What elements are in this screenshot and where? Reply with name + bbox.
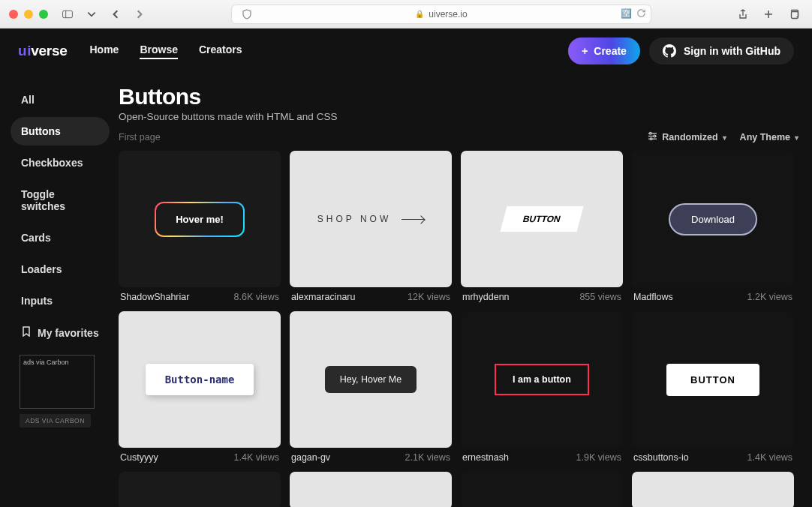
app-root: uiverse Home Browse Creators + Create Si… (0, 28, 812, 507)
share-icon[interactable] (734, 5, 752, 23)
sliders-icon (648, 131, 657, 143)
github-icon (663, 44, 676, 58)
page-title: Buttons (119, 84, 798, 110)
toolbar: First page Randomized ▾ Any Theme ▾ (119, 131, 798, 143)
card-thumb[interactable]: SHOP NOW (290, 151, 452, 287)
url-bar[interactable]: 🔒 uiverse.io 🈳 (231, 4, 651, 24)
card-views: 855 views (579, 292, 621, 302)
nav-links: Home Browse Creators (89, 44, 242, 59)
card: Button-name Custyyyy 1.4K views (119, 311, 281, 463)
sidebar-item-toggle-switches[interactable]: Toggle switches (11, 180, 110, 220)
sidebar-item-loaders[interactable]: Loaders (11, 255, 110, 284)
close-window[interactable] (9, 10, 18, 19)
card-views: 12K views (408, 292, 450, 302)
lock-icon: 🔒 (415, 10, 424, 18)
card-author[interactable]: ShadowShahriar (120, 292, 189, 302)
card-author[interactable]: alexmaracinaru (291, 292, 355, 302)
new-tab-icon[interactable] (759, 5, 777, 23)
url-text: uiverse.io (429, 9, 467, 20)
minimize-window[interactable] (24, 10, 33, 19)
main-content: Buttons Open-Source buttons made with HT… (117, 74, 812, 507)
card (632, 472, 794, 507)
chrome-right-actions (734, 5, 803, 23)
card-thumb[interactable]: BUTTON (461, 151, 623, 287)
card: Hover me! ShadowShahriar 8.6K views (119, 151, 281, 302)
svg-rect-0 (63, 10, 73, 17)
back-button[interactable] (107, 5, 125, 23)
card-thumb[interactable]: Hey, Hover Me (290, 311, 452, 448)
signin-github-button[interactable]: Sign in with GitHub (649, 38, 794, 64)
card-thumb[interactable] (119, 472, 281, 507)
card: BUTTON cssbuttons-io 1.4K views (632, 311, 794, 463)
sidebar-item-buttons[interactable]: Buttons (11, 117, 110, 146)
card-thumb[interactable]: I am a button (461, 311, 623, 448)
svg-point-9 (654, 135, 656, 137)
sidebar: All Buttons Checkboxes Toggle switches C… (0, 74, 117, 507)
card: I am a button ernestnash 1.9K views (461, 311, 623, 463)
forward-button[interactable] (131, 5, 149, 23)
cards-grid: Hover me! ShadowShahriar 8.6K views SHOP… (119, 151, 798, 507)
card-thumb[interactable] (632, 472, 794, 507)
card-views: 1.4K views (234, 452, 279, 463)
nav-creators[interactable]: Creators (199, 44, 242, 59)
chevron-down-icon: ▾ (723, 134, 726, 142)
card (119, 472, 281, 507)
card-thumb[interactable] (461, 472, 623, 507)
create-button[interactable]: + Create (568, 38, 640, 64)
arrow-right-icon (401, 219, 424, 220)
card-thumb[interactable]: BUTTON (632, 311, 794, 448)
nav-browse[interactable]: Browse (140, 44, 178, 59)
card (290, 472, 452, 507)
sort-dropdown[interactable]: Randomized ▾ (648, 131, 726, 143)
nav-actions: + Create Sign in with GitHub (568, 38, 794, 64)
card-views: 1.9K views (576, 452, 621, 463)
shield-icon[interactable] (238, 5, 256, 23)
plus-icon: + (582, 45, 588, 57)
card: SHOP NOW alexmaracinaru 12K views (290, 151, 452, 302)
sidebar-toggle-icon[interactable] (59, 5, 77, 23)
tabs-overview-icon[interactable] (785, 5, 803, 23)
carbon-ad-label[interactable]: ADS VIA CARBON (20, 414, 91, 428)
browser-chrome: 🔒 uiverse.io 🈳 (0, 0, 812, 28)
maximize-window[interactable] (39, 10, 48, 19)
svg-point-10 (651, 138, 653, 140)
sidebar-item-checkboxes[interactable]: Checkboxes (11, 148, 110, 177)
chevron-down-icon: ▾ (795, 134, 798, 142)
card-thumb[interactable]: Hover me! (119, 151, 281, 287)
sidebar-item-all[interactable]: All (11, 86, 110, 114)
card-author[interactable]: cssbuttons-io (633, 452, 689, 463)
theme-dropdown[interactable]: Any Theme ▾ (740, 132, 798, 142)
card-thumb[interactable]: Download (632, 151, 794, 287)
bookmark-icon (21, 326, 32, 339)
nav-home[interactable]: Home (89, 44, 119, 59)
page-subtitle: Open-Source buttons made with HTML and C… (119, 111, 798, 122)
card-thumb[interactable]: Button-name (119, 311, 281, 448)
sidebar-item-inputs[interactable]: Inputs (11, 286, 110, 315)
card-views: 1.4K views (747, 452, 792, 463)
card-author[interactable]: Custyyyy (120, 452, 158, 463)
card-views: 1.2K views (747, 292, 792, 302)
card-author[interactable]: gagan-gv (291, 452, 330, 463)
refresh-icon[interactable] (636, 8, 646, 20)
card: Hey, Hover Me gagan-gv 2.1K views (290, 311, 452, 463)
card: Download Madflows 1.2K views (632, 151, 794, 302)
card-author[interactable]: Madflows (633, 292, 673, 302)
card: BUTTON mrhyddenn 855 views (461, 151, 623, 302)
top-nav: uiverse Home Browse Creators + Create Si… (0, 28, 812, 74)
first-page-label: First page (119, 132, 161, 142)
sidebar-item-favorites[interactable]: My favorites (11, 318, 110, 347)
card-views: 2.1K views (405, 452, 450, 463)
traffic-lights (9, 10, 48, 19)
card-thumb[interactable] (290, 472, 452, 507)
sidebar-item-cards[interactable]: Cards (11, 224, 110, 252)
carbon-ad[interactable]: ads via Carbon (20, 355, 95, 409)
chevron-down-icon[interactable] (83, 5, 101, 23)
svg-point-8 (650, 132, 652, 134)
card (461, 472, 623, 507)
logo[interactable]: uiverse (18, 43, 67, 59)
translate-icon[interactable]: 🈳 (621, 8, 632, 20)
card-author[interactable]: mrhyddenn (462, 292, 510, 302)
card-views: 8.6K views (234, 292, 279, 302)
card-author[interactable]: ernestnash (462, 452, 509, 463)
